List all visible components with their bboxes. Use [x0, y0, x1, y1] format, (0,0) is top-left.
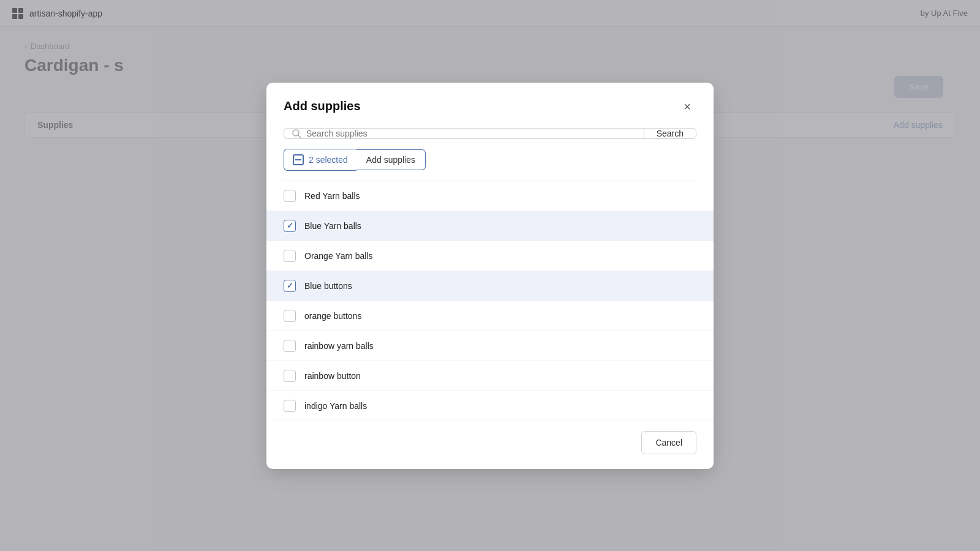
supply-name-blue-buttons: Blue buttons	[304, 281, 352, 291]
supply-name-red-yarn-balls: Red Yarn balls	[304, 191, 360, 201]
checkmark-icon: ✓	[287, 281, 293, 290]
modal-header: Add supplies ×	[266, 83, 714, 128]
supply-name-rainbow-yarn-balls: rainbow yarn balls	[304, 341, 374, 351]
supply-item-blue-yarn-balls[interactable]: ✓Blue Yarn balls	[266, 211, 714, 241]
supply-item-indigo-yarn-balls[interactable]: indigo Yarn balls	[266, 391, 714, 421]
supply-item-orange-yarn-balls[interactable]: Orange Yarn balls	[266, 241, 714, 271]
supply-name-rainbow-button: rainbow button	[304, 371, 361, 381]
checkbox-blue-buttons: ✓	[284, 280, 296, 292]
search-input-wrap	[284, 128, 644, 139]
supply-name-indigo-yarn-balls: indigo Yarn balls	[304, 401, 367, 411]
modal-title: Add supplies	[284, 99, 361, 113]
selected-row: 2 selected Add supplies	[266, 149, 714, 181]
checkbox-orange-yarn-balls	[284, 250, 296, 262]
search-icon	[292, 129, 301, 138]
supply-item-blue-buttons[interactable]: ✓Blue buttons	[266, 271, 714, 301]
modal-overlay: Add supplies × Search 2 selected Add	[0, 0, 980, 551]
cancel-button[interactable]: Cancel	[641, 431, 696, 454]
supply-name-orange-yarn-balls: Orange Yarn balls	[304, 251, 373, 261]
supply-item-rainbow-button[interactable]: rainbow button	[266, 361, 714, 391]
supply-list: Red Yarn balls✓Blue Yarn ballsOrange Yar…	[266, 181, 714, 421]
minus-icon	[293, 154, 304, 165]
add-supplies-badge-button[interactable]: Add supplies	[356, 149, 426, 170]
modal-footer: Cancel	[266, 421, 714, 469]
checkbox-blue-yarn-balls: ✓	[284, 220, 296, 232]
supply-item-red-yarn-balls[interactable]: Red Yarn balls	[266, 181, 714, 211]
search-bar-row: Search	[266, 128, 714, 149]
supply-name-orange-buttons: orange buttons	[304, 311, 361, 321]
search-input[interactable]	[306, 129, 636, 138]
svg-line-1	[298, 135, 301, 138]
checkbox-orange-buttons	[284, 310, 296, 322]
checkbox-rainbow-yarn-balls	[284, 340, 296, 352]
add-supplies-modal: Add supplies × Search 2 selected Add	[266, 83, 714, 469]
selected-count: 2 selected	[309, 155, 348, 165]
checkbox-rainbow-button	[284, 370, 296, 382]
checkbox-red-yarn-balls	[284, 190, 296, 202]
checkbox-indigo-yarn-balls	[284, 400, 296, 412]
selected-badge[interactable]: 2 selected	[284, 149, 356, 171]
search-button[interactable]: Search	[644, 128, 696, 139]
supply-item-rainbow-yarn-balls[interactable]: rainbow yarn balls	[266, 331, 714, 361]
supply-name-blue-yarn-balls: Blue Yarn balls	[304, 221, 361, 231]
supply-item-orange-buttons[interactable]: orange buttons	[266, 301, 714, 331]
modal-close-button[interactable]: ×	[678, 97, 696, 116]
checkmark-icon: ✓	[287, 221, 293, 230]
